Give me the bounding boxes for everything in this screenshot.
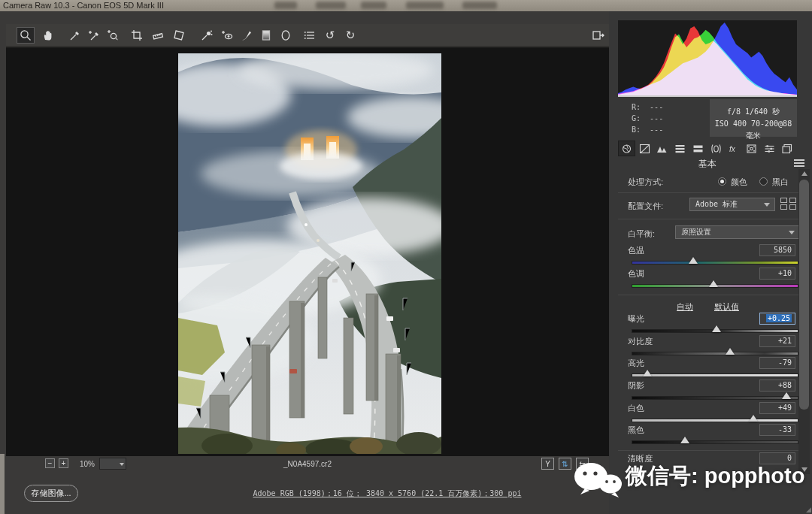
clarity-value-field[interactable]: 0 [759,452,795,464]
basic-tab-icon[interactable] [618,141,635,156]
targeted-adjustment-icon[interactable] [104,27,122,44]
temperature-slider-track[interactable] [632,261,798,265]
lens-corrections-tab-icon[interactable] [707,141,725,156]
preferences-icon[interactable] [301,27,319,44]
tint-slider-track[interactable] [632,284,798,288]
profile-browser-icon[interactable] [780,198,797,210]
zoom-icon[interactable] [17,27,35,44]
bw-radio[interactable] [759,177,768,186]
white-balance-dropdown[interactable]: 原照设置 [675,225,800,239]
exposure-slider-thumb[interactable] [712,325,721,332]
temperature-slider-row: 色温5850 [618,245,800,266]
shadows-slider-thumb[interactable] [782,392,791,399]
toolbar: ↺↻ [6,24,609,47]
transform-icon[interactable] [170,27,188,44]
r-value: --- [650,103,663,111]
whites-value-field[interactable]: +49 [759,402,795,414]
color-radio[interactable] [718,177,726,186]
blacks-slider-thumb[interactable] [680,437,689,443]
camera-calibration-tab-icon[interactable] [743,141,760,156]
bw-radio-label[interactable]: 黑白 [772,177,789,188]
title-bar: Camera Raw 10.3 - Canon EOS 5D Mark III [0,0,812,11]
contrast-value-field[interactable]: +21 [759,335,795,347]
swap-before-after-button[interactable]: ⇅ [559,458,571,470]
histogram[interactable] [618,20,797,97]
before-after-y-button[interactable]: Y [541,458,554,470]
exposure-value-field[interactable]: +0.25 [759,313,795,325]
save-image-button[interactable]: 存储图像... [24,485,78,502]
blacks-slider-track[interactable] [632,440,798,444]
highlights-slider-row: 高光-79 [618,358,800,379]
highlights-slider-track[interactable] [632,373,798,377]
blurred-background [361,2,386,9]
highlights-value-field[interactable]: -79 [759,357,795,369]
temperature-label: 色温 [628,245,644,256]
snapshots-tab-icon[interactable] [778,141,795,156]
tint-label: 色调 [628,268,644,280]
photo-preview[interactable] [178,53,441,454]
profile-label: 配置文件: [628,201,663,212]
white-balance-label: 白平衡: [628,228,655,240]
b-value: --- [650,125,663,134]
hand-icon[interactable] [39,27,57,44]
chevron-down-icon [764,203,770,207]
tint-value-field[interactable]: +10 [759,268,795,280]
white-balance-icon[interactable] [66,27,84,44]
contrast-slider-thumb[interactable] [726,348,735,355]
radial-filter-icon[interactable] [277,27,295,44]
resize-grip-icon[interactable]: ◢ [806,506,811,513]
contrast-slider-track[interactable] [632,352,798,355]
blurred-background [274,2,297,9]
scroll-up-icon[interactable] [801,171,807,176]
rotate-right-icon[interactable]: ↻ [341,27,359,44]
crop-icon[interactable] [128,27,146,44]
blacks-value: -33 [778,425,792,434]
exposure-slider-row: 曝光+0.25 [618,313,800,334]
panel-tabs: fx [618,141,797,156]
contrast-slider-row: 对比度+21 [618,336,800,357]
whites-slider-track[interactable] [632,419,798,422]
temperature-value-field[interactable]: 5850 [759,244,795,256]
scrollbar-thumb[interactable] [799,180,809,410]
shadows-label: 阴影 [628,380,644,392]
color-sampler-icon[interactable] [85,27,103,44]
blacks-value-field[interactable]: -33 [759,424,795,436]
copy-settings-button[interactable]: ⇆ [576,458,589,470]
blacks-label: 黑色 [628,425,644,436]
graduated-filter-icon[interactable] [257,27,275,44]
whites-value: +49 [778,404,792,412]
detail-tab-icon[interactable] [653,141,671,156]
presets-tab-icon[interactable] [761,141,778,156]
shadows-slider-track[interactable] [632,396,798,400]
clarity-slider-row: 清晰度0 [618,453,800,474]
shadows-value-field[interactable]: +88 [759,379,795,392]
default-link[interactable]: 默认值 [714,301,739,313]
panel-scrollbar[interactable] [798,169,810,474]
panel-title: 基本 [618,158,797,171]
spot-removal-icon[interactable] [198,27,216,44]
straighten-icon[interactable] [149,27,167,44]
tone-curve-tab-icon[interactable] [636,141,653,156]
exif-readout: R: --- G: --- B: --- f/8 1/640 秒 ISO 400… [618,99,797,138]
red-eye-icon[interactable] [218,27,236,44]
hsl-tab-icon[interactable] [671,141,689,156]
whites-slider-thumb[interactable] [749,415,758,422]
panel-menu-icon[interactable] [794,159,804,168]
temperature-slider-thumb[interactable] [689,257,698,264]
scroll-down-icon[interactable] [801,467,807,472]
highlights-slider-thumb[interactable] [643,370,652,376]
effects-tab-icon[interactable]: fx [725,141,742,156]
color-radio-label[interactable]: 颜色 [731,177,747,188]
svg-text:fx: fx [729,145,736,153]
rotate-left-icon[interactable]: ↺ [321,27,339,44]
exposure-slider-track[interactable] [632,329,798,333]
profile-dropdown[interactable]: Adobe 标准 [689,198,775,211]
workflow-options-link[interactable]: Adobe RGB (1998)；16 位； 3840 x 5760 (22.1… [248,488,526,499]
auto-link[interactable]: 自动 [677,301,693,313]
split-toning-tab-icon[interactable] [689,141,707,156]
highway-viaduct-photo [178,53,441,454]
tint-slider-thumb[interactable] [709,280,718,287]
adjustment-brush-icon[interactable] [238,27,256,44]
toggle-fullscreen-icon[interactable] [589,27,607,44]
image-canvas[interactable] [6,47,609,456]
